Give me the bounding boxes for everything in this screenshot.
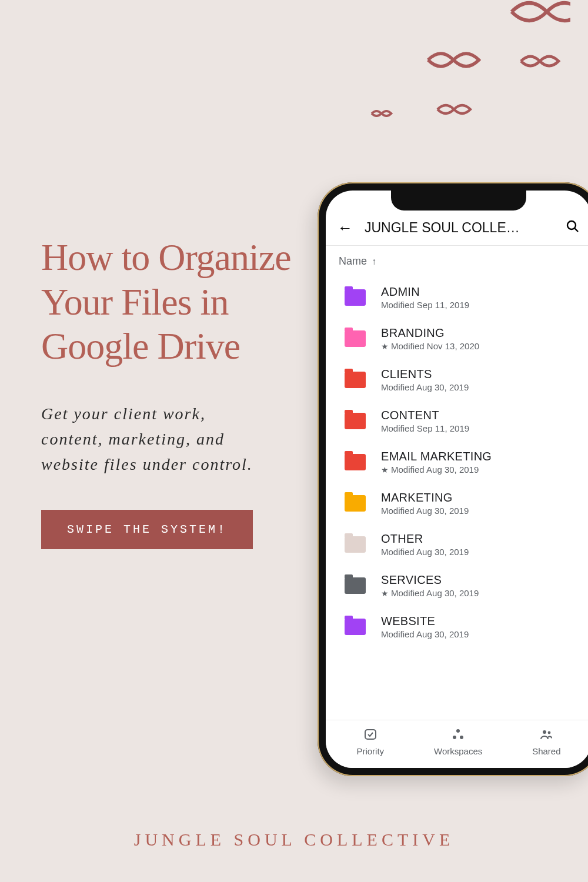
bottom-nav: PriorityWorkspacesShared [326, 720, 588, 768]
brand-footer: JUNGLE SOUL COLLECTIVE [0, 830, 588, 850]
folder-modified: Modified Aug 30, 2019 [381, 382, 584, 392]
phone-screen: ← JUNGLE SOUL COLLE… Name ↑ ADMINModifie… [326, 191, 588, 768]
folder-icon [345, 330, 366, 347]
folder-name: BRANDING [381, 326, 584, 340]
nav-priority[interactable]: Priority [356, 727, 384, 756]
folder-meta: SERVICES★Modified Aug 30, 2019 [381, 573, 584, 598]
folder-row[interactable]: CLIENTSModified Aug 30, 2019 [332, 359, 588, 400]
svg-point-7 [548, 731, 551, 734]
folder-modified: Modified Sep 11, 2019 [381, 300, 584, 310]
search-icon[interactable] [566, 219, 580, 237]
star-icon: ★ [381, 342, 389, 351]
svg-point-4 [453, 736, 456, 739]
nav-workspaces[interactable]: Workspaces [434, 727, 482, 756]
phone-notch [391, 191, 526, 211]
folder-name: CLIENTS [381, 368, 584, 381]
folder-meta: EMAIL MARKETING★Modified Aug 30, 2019 [381, 450, 584, 475]
svg-rect-2 [365, 730, 376, 739]
shared-icon [539, 727, 553, 744]
folder-name: EMAIL MARKETING [381, 450, 584, 463]
drive-folder-title: JUNGLE SOUL COLLE… [365, 220, 554, 236]
phone-mockup: ← JUNGLE SOUL COLLE… Name ↑ ADMINModifie… [318, 182, 588, 776]
folder-icon [345, 619, 366, 635]
folder-name: ADMIN [381, 285, 584, 299]
nav-label: Priority [356, 746, 384, 756]
star-icon: ★ [381, 589, 389, 598]
folder-icon [345, 495, 366, 512]
folder-meta: WEBSITEModified Aug 30, 2019 [381, 614, 584, 639]
folder-icon [345, 536, 366, 553]
folder-modified: ★Modified Nov 13, 2020 [381, 341, 584, 351]
folder-icon [345, 454, 366, 470]
svg-line-1 [574, 228, 578, 232]
nav-label: Shared [532, 746, 560, 756]
folder-row[interactable]: ADMINModified Sep 11, 2019 [332, 277, 588, 318]
svg-point-3 [456, 729, 460, 733]
nav-label: Workspaces [434, 746, 482, 756]
folder-modified: Modified Sep 11, 2019 [381, 423, 584, 433]
folder-meta: OTHERModified Aug 30, 2019 [381, 532, 584, 557]
sort-direction-icon: ↑ [372, 256, 376, 267]
folder-name: CONTENT [381, 409, 584, 422]
folder-name: SERVICES [381, 573, 584, 587]
sort-control[interactable]: Name ↑ [326, 246, 588, 277]
folder-modified: Modified Aug 30, 2019 [381, 629, 584, 639]
folder-meta: ADMINModified Sep 11, 2019 [381, 285, 584, 310]
folder-row[interactable]: OTHERModified Aug 30, 2019 [332, 524, 588, 565]
folder-modified: Modified Aug 30, 2019 [381, 547, 584, 557]
sort-label: Name [339, 255, 367, 268]
folder-meta: MARKETINGModified Aug 30, 2019 [381, 491, 584, 516]
svg-point-0 [567, 221, 576, 229]
folder-row[interactable]: MARKETINGModified Aug 30, 2019 [332, 483, 588, 524]
folder-name: OTHER [381, 532, 584, 546]
folder-modified: ★Modified Aug 30, 2019 [381, 465, 584, 475]
folder-row[interactable]: EMAIL MARKETING★Modified Aug 30, 2019 [332, 442, 588, 483]
folder-modified: ★Modified Aug 30, 2019 [381, 588, 584, 598]
folder-name: WEBSITE [381, 614, 584, 628]
folder-meta: CLIENTSModified Aug 30, 2019 [381, 368, 584, 392]
folder-icon [345, 413, 366, 429]
star-icon: ★ [381, 465, 389, 475]
sparkle-decoration [312, 0, 570, 165]
subheadline: Get your client work, content, marketing… [41, 401, 265, 477]
cta-button[interactable]: swipe the system! [41, 510, 253, 549]
folder-icon [345, 577, 366, 594]
back-icon[interactable]: ← [338, 219, 353, 237]
nav-shared[interactable]: Shared [532, 727, 560, 756]
promo-content: How to Organize Your Files in Google Dri… [41, 235, 294, 549]
folder-name: MARKETING [381, 491, 584, 505]
svg-point-6 [543, 730, 546, 734]
folder-meta: BRANDING★Modified Nov 13, 2020 [381, 326, 584, 351]
folder-row[interactable]: BRANDING★Modified Nov 13, 2020 [332, 318, 588, 359]
svg-point-5 [460, 736, 463, 739]
check-icon [363, 727, 377, 744]
folder-icon [345, 289, 366, 306]
folder-list: ADMINModified Sep 11, 2019BRANDING★Modif… [326, 277, 588, 647]
workspaces-icon [451, 727, 465, 744]
folder-row[interactable]: WEBSITEModified Aug 30, 2019 [332, 606, 588, 647]
folder-meta: CONTENTModified Sep 11, 2019 [381, 409, 584, 433]
headline: How to Organize Your Files in Google Dri… [41, 235, 294, 369]
folder-icon [345, 372, 366, 388]
folder-row[interactable]: SERVICES★Modified Aug 30, 2019 [332, 565, 588, 606]
folder-row[interactable]: CONTENTModified Sep 11, 2019 [332, 400, 588, 442]
folder-modified: Modified Aug 30, 2019 [381, 506, 584, 516]
